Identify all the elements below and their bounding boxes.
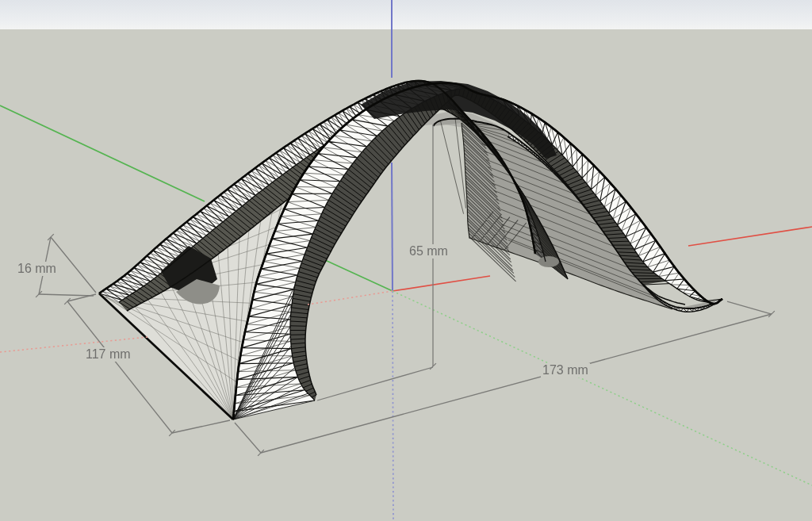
svg-text:173 mm: 173 mm	[542, 363, 588, 377]
svg-text:65 mm: 65 mm	[409, 244, 448, 258]
svg-text:16 mm: 16 mm	[17, 262, 56, 275]
svg-text:117 mm: 117 mm	[86, 347, 131, 361]
